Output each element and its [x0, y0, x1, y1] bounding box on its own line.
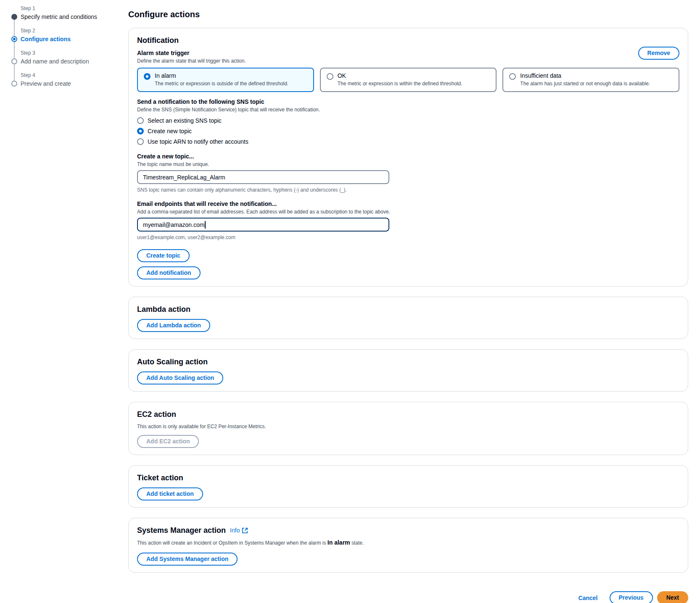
- tile-in-alarm-description: The metric or expression is outside of t…: [155, 80, 288, 87]
- step-3-upcoming-icon: [11, 58, 17, 64]
- tile-ok-label: OK: [338, 72, 462, 79]
- tile-insufficient-data[interactable]: Insufficient data The alarm has just sta…: [502, 68, 679, 92]
- tile-ok[interactable]: OK The metric or expression is within th…: [320, 68, 497, 92]
- add-systems-manager-action-button[interactable]: Add Systems Manager action: [137, 553, 238, 566]
- cancel-button[interactable]: Cancel: [578, 595, 598, 601]
- email-endpoints-label: Email endpoints that will receive the no…: [137, 200, 679, 208]
- step-3-number: Step 3: [21, 50, 128, 56]
- systems-manager-action-card: Systems Manager action Info This action …: [128, 518, 688, 573]
- alarm-state-trigger-description: Define the alarm state that will trigger…: [137, 58, 679, 64]
- use-topic-arn-label: Use topic ARN to notify other accounts: [148, 137, 248, 146]
- radio-select-existing-sns-topic[interactable]: Select an existing SNS topic: [137, 116, 679, 125]
- auto-scaling-action-card: Auto Scaling action Add Auto Scaling act…: [128, 349, 688, 392]
- sns-topic-label: Send a notification to the following SNS…: [137, 98, 679, 105]
- info-link[interactable]: Info: [230, 527, 248, 534]
- radio-use-topic-arn[interactable]: Use topic ARN to notify other accounts: [137, 137, 679, 146]
- ok-radio-icon[interactable]: [327, 73, 333, 80]
- topic-name-input[interactable]: Timestream_ReplicaLag_Alarm: [137, 170, 389, 184]
- sns-topic-description: Define the SNS (Simple Notification Serv…: [137, 106, 679, 113]
- step-1-completed-icon: [11, 14, 17, 20]
- add-ticket-action-button[interactable]: Add ticket action: [137, 487, 203, 500]
- step-4-number: Step 4: [21, 72, 128, 79]
- add-lambda-action-button[interactable]: Add Lambda action: [137, 319, 210, 332]
- step-4-upcoming-icon: [11, 81, 17, 87]
- select-existing-label: Select an existing SNS topic: [148, 116, 222, 125]
- alarm-state-trigger-label: Alarm state trigger: [137, 49, 679, 57]
- lambda-action-title: Lambda action: [137, 305, 679, 314]
- step-2-configure-actions[interactable]: Step 2 Configure actions: [11, 27, 128, 43]
- external-link-icon: [242, 527, 248, 534]
- select-existing-radio-icon[interactable]: [137, 117, 144, 124]
- wizard-footer: Cancel Previous Next: [128, 591, 688, 603]
- create-new-topic-radio-icon[interactable]: [137, 128, 144, 134]
- ec2-action-title: EC2 action: [137, 410, 679, 419]
- info-link-label: Info: [230, 527, 240, 534]
- remove-notification-button[interactable]: Remove: [638, 47, 679, 60]
- step-1-title[interactable]: Specify metric and conditions: [21, 13, 97, 21]
- tile-in-alarm-label: In alarm: [155, 72, 288, 79]
- next-button[interactable]: Next: [657, 591, 688, 603]
- step-4-preview-create[interactable]: Step 4 Preview and create: [11, 72, 128, 88]
- step-3-title[interactable]: Add name and description: [21, 57, 89, 66]
- email-endpoints-input[interactable]: myemail@amazon.com: [137, 218, 389, 232]
- lambda-action-card: Lambda action Add Lambda action: [128, 297, 688, 339]
- main-content: Configure actions Notification Remove Al…: [128, 0, 688, 603]
- radio-create-new-topic[interactable]: Create new topic: [137, 127, 679, 135]
- ticket-action-title: Ticket action: [137, 473, 679, 482]
- configure-actions-page: Step 1 Specify metric and conditions Ste…: [0, 0, 700, 603]
- notification-title: Notification: [137, 36, 679, 45]
- previous-button[interactable]: Previous: [610, 591, 653, 603]
- ec2-action-card: EC2 action This action is only available…: [128, 402, 688, 455]
- step-1-number: Step 1: [21, 5, 128, 12]
- email-endpoints-description: Add a comma-separated list of email addr…: [137, 208, 679, 215]
- in-alarm-radio-icon[interactable]: [144, 73, 151, 80]
- topic-name-value: Timestream_ReplicaLag_Alarm: [143, 174, 225, 181]
- steps-list: Step 1 Specify metric and conditions Ste…: [11, 5, 128, 88]
- tile-insufficient-data-label: Insufficient data: [520, 72, 650, 79]
- text-cursor: [205, 221, 206, 229]
- in-alarm-bold-text: In alarm: [328, 539, 350, 546]
- create-topic-label: Create a new topic...: [137, 153, 679, 160]
- ticket-action-card: Ticket action Add ticket action: [128, 465, 688, 508]
- tile-insufficient-data-description: The alarm has just started or not enough…: [520, 80, 650, 87]
- email-endpoints-hint: user1@example.com, user2@example.com: [137, 234, 679, 241]
- alarm-state-tiles: In alarm The metric or expression is out…: [137, 68, 679, 92]
- add-auto-scaling-action-button[interactable]: Add Auto Scaling action: [137, 371, 223, 384]
- page-title: Configure actions: [128, 9, 688, 19]
- create-topic-description: The topic name must be unique.: [137, 161, 679, 168]
- step-2-number: Step 2: [21, 27, 128, 34]
- wizard-steps-nav: Step 1 Specify metric and conditions Ste…: [0, 0, 128, 603]
- step-2-active-icon: [11, 36, 17, 42]
- create-new-topic-label: Create new topic: [148, 127, 192, 135]
- email-endpoints-value: myemail@amazon.com: [143, 221, 204, 228]
- add-notification-button[interactable]: Add notification: [137, 266, 201, 279]
- tile-ok-description: The metric or expression is within the d…: [338, 80, 462, 87]
- use-topic-arn-radio-icon[interactable]: [137, 138, 144, 145]
- systems-manager-description: This action will create an Incident or O…: [137, 539, 679, 547]
- add-ec2-action-button: Add EC2 action: [137, 435, 199, 448]
- create-topic-button[interactable]: Create topic: [137, 249, 190, 262]
- step-4-title[interactable]: Preview and create: [21, 79, 71, 88]
- step-3-add-name[interactable]: Step 3 Add name and description: [11, 50, 128, 66]
- step-1-specify-metric[interactable]: Step 1 Specify metric and conditions: [11, 5, 128, 21]
- notification-card: Notification Remove Alarm state trigger …: [128, 28, 688, 287]
- systems-manager-action-title: Systems Manager action: [137, 526, 226, 535]
- auto-scaling-action-title: Auto Scaling action: [137, 357, 679, 366]
- step-2-title[interactable]: Configure actions: [21, 35, 71, 43]
- insufficient-data-radio-icon[interactable]: [509, 73, 516, 80]
- ec2-action-description: This action is only available for EC2 Pe…: [137, 423, 679, 430]
- topic-name-hint: SNS topic names can contain only alphanu…: [137, 187, 679, 193]
- tile-in-alarm[interactable]: In alarm The metric or expression is out…: [137, 68, 314, 92]
